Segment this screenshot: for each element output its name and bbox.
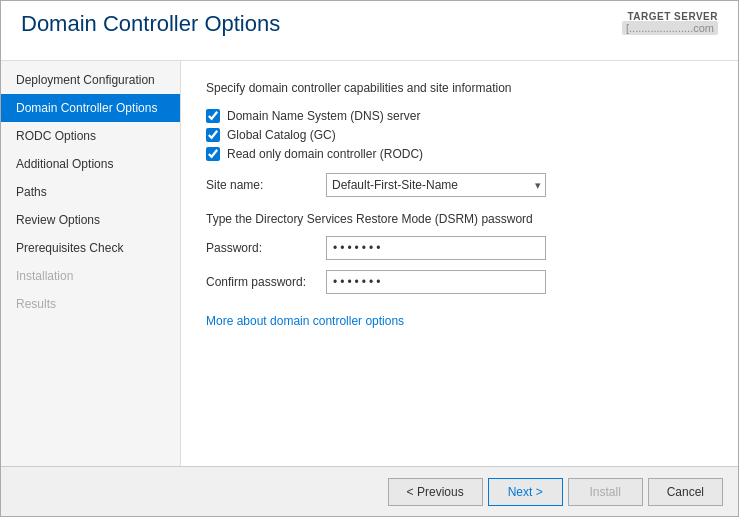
target-server-info: TARGET SERVER [.....................com (622, 11, 718, 34)
sidebar-item-installation: Installation (1, 262, 180, 290)
content-area: Specify domain controller capabilities a… (181, 61, 738, 466)
rodc-checkbox-label: Read only domain controller (RODC) (227, 147, 423, 161)
body: Deployment ConfigurationDomain Controlle… (1, 61, 738, 466)
checkboxes-group: Domain Name System (DNS) server Global C… (206, 109, 713, 161)
password-label: Password: (206, 241, 326, 255)
site-name-select[interactable]: Default-First-Site-Name (326, 173, 546, 197)
dns-checkbox-label: Domain Name System (DNS) server (227, 109, 420, 123)
sidebar-item-review-options[interactable]: Review Options (1, 206, 180, 234)
password-row: Password: (206, 236, 713, 260)
checkbox-row-rodc: Read only domain controller (RODC) (206, 147, 713, 161)
sidebar-item-additional-options[interactable]: Additional Options (1, 150, 180, 178)
install-button[interactable]: Install (568, 478, 643, 506)
next-button[interactable]: Next > (488, 478, 563, 506)
sidebar-item-prerequisites-check[interactable]: Prerequisites Check (1, 234, 180, 262)
checkbox-row-dns: Domain Name System (DNS) server (206, 109, 713, 123)
sidebar-item-domain-controller-options[interactable]: Domain Controller Options (1, 94, 180, 122)
content-description: Specify domain controller capabilities a… (206, 81, 713, 95)
cancel-button[interactable]: Cancel (648, 478, 723, 506)
more-link-row: More about domain controller options (206, 314, 713, 328)
page-title: Domain Controller Options (21, 11, 280, 37)
target-server-name: [.....................com (622, 21, 718, 35)
footer: < Previous Next > Install Cancel (1, 466, 738, 516)
site-name-label: Site name: (206, 178, 326, 192)
site-name-row: Site name: Default-First-Site-Name (206, 173, 713, 197)
previous-button[interactable]: < Previous (388, 478, 483, 506)
checkbox-row-gc: Global Catalog (GC) (206, 128, 713, 142)
confirm-password-input[interactable] (326, 270, 546, 294)
sidebar-item-rodc-options[interactable]: RODC Options (1, 122, 180, 150)
dsrm-title: Type the Directory Services Restore Mode… (206, 212, 713, 226)
site-name-select-wrapper: Default-First-Site-Name (326, 173, 546, 197)
sidebar-item-results: Results (1, 290, 180, 318)
header: Domain Controller Options TARGET SERVER … (1, 1, 738, 61)
password-input[interactable] (326, 236, 546, 260)
gc-checkbox-label: Global Catalog (GC) (227, 128, 336, 142)
sidebar-item-paths[interactable]: Paths (1, 178, 180, 206)
sidebar: Deployment ConfigurationDomain Controlle… (1, 61, 181, 466)
rodc-checkbox[interactable] (206, 147, 220, 161)
confirm-password-row: Confirm password: (206, 270, 713, 294)
confirm-password-label: Confirm password: (206, 275, 326, 289)
main-window: Domain Controller Options TARGET SERVER … (0, 0, 739, 517)
sidebar-item-deployment-configuration[interactable]: Deployment Configuration (1, 66, 180, 94)
dns-checkbox[interactable] (206, 109, 220, 123)
gc-checkbox[interactable] (206, 128, 220, 142)
more-about-link[interactable]: More about domain controller options (206, 314, 404, 328)
